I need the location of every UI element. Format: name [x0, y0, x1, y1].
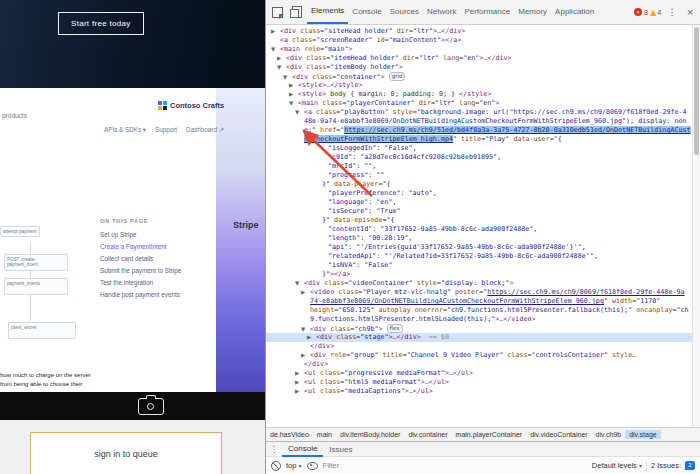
- close-devtools-icon[interactable]: ×: [682, 7, 698, 17]
- breadcrumb-item[interactable]: div.container: [404, 430, 451, 439]
- live-expression-eye-icon[interactable]: [307, 462, 318, 470]
- devtools-tab-memory[interactable]: Memory: [514, 1, 551, 23]
- breadcrumb-item[interactable]: div.videoContainer: [526, 430, 591, 439]
- scrollbar-thumb[interactable]: [694, 27, 699, 155]
- kebab-menu-icon[interactable]: ⋮: [663, 7, 680, 17]
- dom-tree-line[interactable]: ▼<a class="playButton" style="background…: [266, 108, 700, 117]
- toc-link[interactable]: Collect card details: [100, 253, 210, 265]
- dom-tree-line[interactable]: ▼<div class="videoContainer" style="disp…: [266, 279, 700, 288]
- dom-tree-line[interactable]: <a class="screenReader" id="mainContent"…: [266, 36, 700, 45]
- expand-arrow-icon[interactable]: ▼: [301, 325, 310, 334]
- dom-tree-line[interactable]: "c9Id": "a28d7ec0c16d4cfc9208c92b8eb9189…: [266, 153, 700, 162]
- nav-item-1[interactable]: Support: [155, 126, 177, 133]
- expand-arrow-icon[interactable]: ▶: [271, 27, 280, 36]
- inspect-element-icon[interactable]: [272, 7, 283, 18]
- expand-arrow-icon[interactable]: ▼: [295, 279, 304, 288]
- dom-tree-line[interactable]: ▼<div class="container">grid: [266, 72, 700, 81]
- dom-tree-line[interactable]: ▶<style> body { margin: 0; padding: 0; }…: [266, 90, 700, 99]
- expand-arrow-icon[interactable]: ▶: [289, 90, 298, 99]
- dom-tree-line[interactable]: 9.functions.html5Presenter.html5Loaded(t…: [266, 315, 700, 324]
- expand-arrow-icon[interactable]: ▶: [295, 378, 304, 387]
- breadcrumb-item[interactable]: main.playerContainer: [452, 430, 527, 439]
- dom-tree-line[interactable]: "progress": "": [266, 171, 700, 180]
- dom-tree-line[interactable]: ▶<ul class="mediaCaptions">…</ul>: [266, 387, 700, 396]
- dom-tree-line[interactable]: }" data-player="{: [266, 180, 700, 189]
- dom-tree-line[interactable]: height="658.125" autoplay onerror="ch9.f…: [266, 306, 700, 315]
- dom-tree-line[interactable]: </div>: [266, 342, 700, 351]
- drawer-tab-console[interactable]: Console: [282, 442, 323, 457]
- error-count-badge[interactable]: × 8: [634, 8, 648, 17]
- dom-tree-line[interactable]: ▼<main class="playerContainer" dir="ltr"…: [266, 99, 700, 108]
- dom-tree-line[interactable]: ▼<div class="itemBody holder">: [266, 63, 700, 72]
- devtools-tab-application[interactable]: Application: [551, 1, 598, 23]
- devtools-tab-performance[interactable]: Performance: [460, 1, 514, 23]
- dom-tree-line[interactable]: ▶<div class="siteHead holder" dir="ltr">…: [266, 27, 700, 36]
- dom-tree-line[interactable]: ▶<ul class="progressive mediaFormat">…</…: [266, 369, 700, 378]
- expand-arrow-icon[interactable]: ▼: [277, 63, 286, 72]
- device-toolbar-icon[interactable]: [292, 6, 302, 18]
- dom-tree-line[interactable]: "length": "00:28:19",: [266, 234, 700, 243]
- devtools-tab-elements[interactable]: Elements: [307, 0, 348, 24]
- toc-link[interactable]: Test the integration: [100, 277, 210, 289]
- expand-arrow-icon[interactable]: ▶: [295, 387, 304, 396]
- expand-arrow-icon[interactable]: ▶: [295, 369, 304, 378]
- layout-badge[interactable]: flex: [387, 324, 403, 333]
- expand-arrow-icon[interactable]: ▶: [277, 54, 286, 63]
- signin-card[interactable]: sign in to queue: [30, 432, 222, 474]
- warning-count-badge[interactable]: ▲ 4: [650, 8, 661, 17]
- dom-tree-line[interactable]: ▶<div role="group" title="Channel 9 Vide…: [266, 351, 700, 360]
- drawer-tab-issues[interactable]: Issues: [323, 443, 358, 456]
- expand-arrow-icon[interactable]: ▶: [301, 351, 310, 360]
- issues-count-badge[interactable]: 2: [685, 461, 695, 470]
- dom-tree-line[interactable]: ▶<video class="Player mtz-vlc-hnalg" pos…: [266, 288, 700, 297]
- dom-tree-line[interactable]: ▶<div class="itemHead holder" dir="ltr" …: [266, 54, 700, 63]
- context-selector[interactable]: top ▾: [286, 461, 302, 470]
- nav-item-2[interactable]: Dashboard ↗: [186, 126, 224, 133]
- expand-arrow-icon[interactable]: ▼: [295, 108, 304, 117]
- nav-item-0[interactable]: APIs & SDKs ▾: [104, 126, 146, 133]
- dom-tree-line[interactable]: ▼<main role="main">: [266, 45, 700, 54]
- toc-link[interactable]: Set up Stripe: [100, 229, 210, 241]
- dom-tree-line[interactable]: </div>: [266, 360, 700, 369]
- expand-arrow-icon[interactable]: ▶: [301, 288, 310, 297]
- console-filter-input[interactable]: Filter: [323, 461, 340, 470]
- dom-tree-line[interactable]: "relatedApi": "'/Related?id=33f17652-9a8…: [266, 252, 700, 261]
- dom-tree-line[interactable]: "mrcId": "",: [266, 162, 700, 171]
- devtools-tab-network[interactable]: Network: [423, 1, 460, 23]
- dom-tree-line[interactable]: "api": "'/Entries{guid'33f17652-9a85-49b…: [266, 243, 700, 252]
- dom-tree-line[interactable]: "contentId": "33f17652-9a85-49bb-8c6c-ad…: [266, 225, 700, 234]
- layout-badge[interactable]: grid: [389, 72, 406, 81]
- dom-tree-line[interactable]: ▼<div class="ch9b">flex: [266, 324, 700, 333]
- breadcrumb-item[interactable]: div.itemBody.holder: [336, 430, 404, 439]
- breadcrumb-item[interactable]: de.hasVideo: [266, 430, 313, 439]
- log-levels-select[interactable]: Default levels ▾: [592, 461, 642, 470]
- dom-tree-line[interactable]: }"></a>: [266, 270, 700, 279]
- dom-tree-line[interactable]: ▶<style>…</style>: [266, 81, 700, 90]
- dom-tree-line[interactable]: 74-e8abbf3e8069/OnDotNETBuildingACustomC…: [266, 297, 700, 306]
- clear-console-icon[interactable]: [271, 461, 281, 471]
- dom-tree-line[interactable]: 48e-9a74-e8abbf3e8069/OnDotNETBuildingAC…: [266, 117, 700, 126]
- dom-tree-line[interactable]: "isSecure": "True": [266, 207, 700, 216]
- expand-arrow-icon[interactable]: ▶: [289, 81, 298, 90]
- dom-tree-line[interactable]: }" data-episode="{: [266, 216, 700, 225]
- expand-arrow-icon[interactable]: ▼: [289, 99, 298, 108]
- dom-tree-line[interactable]: "playerPreference": "auto",: [266, 189, 700, 198]
- breadcrumb-item[interactable]: div.ch9b: [592, 430, 626, 439]
- drawer-menu-icon[interactable]: ⋮: [266, 445, 282, 454]
- breadcrumb-item[interactable]: div.stage: [625, 430, 661, 439]
- expand-arrow-icon[interactable]: ▶: [307, 333, 316, 342]
- devtools-tab-console[interactable]: Console: [348, 1, 385, 23]
- dom-tree-line[interactable]: "isLoggedIn": "False",: [266, 144, 700, 153]
- dom-tree-line[interactable]: omCheckoutFormWithStripeElem_high.mp4" t…: [266, 135, 700, 144]
- dom-tree-line[interactable]: "isNVA": "False": [266, 261, 700, 270]
- toc-link[interactable]: Create a PaymentIntent: [100, 241, 210, 253]
- breadcrumb-item[interactable]: main: [313, 430, 336, 439]
- expand-arrow-icon[interactable]: ▼: [271, 45, 280, 54]
- toc-link[interactable]: Submit the payment to Stripe: [100, 265, 210, 277]
- dom-tree-line[interactable]: "language": "en",: [266, 198, 700, 207]
- expand-arrow-icon[interactable]: ▼: [283, 73, 292, 82]
- dom-tree-line[interactable]: e;" href="https://sec.ch9.ms/ch9/51ed/bd…: [266, 126, 700, 135]
- toc-link[interactable]: Handle post payment events: [100, 289, 210, 301]
- video-frame[interactable]: Contoso Crafts APIs & SDKs ▾SupportDashb…: [0, 88, 265, 392]
- dom-tree-line[interactable]: ▶<ul class="html5 mediaFormat">…</ul>: [266, 378, 700, 387]
